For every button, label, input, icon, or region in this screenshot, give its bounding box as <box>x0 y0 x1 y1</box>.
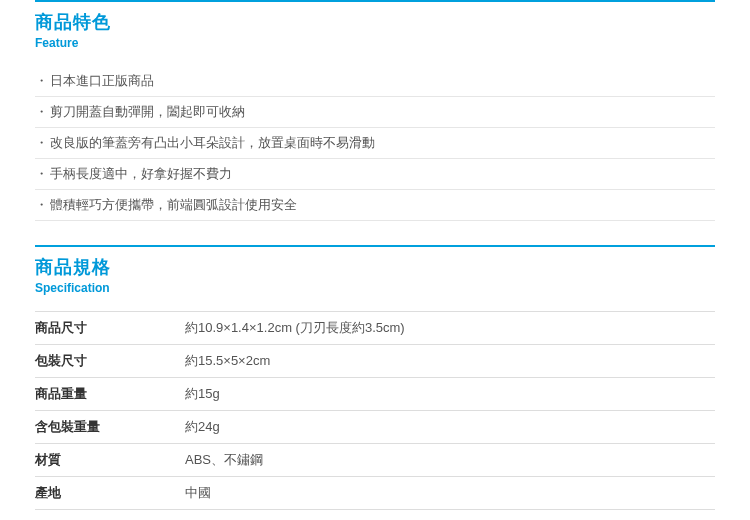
spec-label: 含包裝重量 <box>35 411 185 444</box>
spec-value: ABS、不鏽鋼 <box>185 444 715 477</box>
spec-value: 約15g <box>185 378 715 411</box>
feature-title: 商品特色 <box>35 10 715 34</box>
list-item: 剪刀開蓋自動彈開，闔起即可收納 <box>35 97 715 128</box>
list-item: 手柄長度適中，好拿好握不費力 <box>35 159 715 190</box>
spec-value: 中國 <box>185 477 715 510</box>
spec-header: 商品規格 Specification <box>35 245 715 303</box>
spec-label: 包裝尺寸 <box>35 345 185 378</box>
table-row: 產地 中國 <box>35 477 715 510</box>
table-row: 商品尺寸 約10.9×1.4×1.2cm (刀刃長度約3.5cm) <box>35 312 715 345</box>
spec-subtitle: Specification <box>35 281 715 295</box>
table-row: 含包裝重量 約24g <box>35 411 715 444</box>
spec-value: 約15.5×5×2cm <box>185 345 715 378</box>
list-item: 改良版的筆蓋旁有凸出小耳朵設計，放置桌面時不易滑動 <box>35 128 715 159</box>
spec-label: 商品尺寸 <box>35 312 185 345</box>
feature-list: 日本進口正版商品 剪刀開蓋自動彈開，闔起即可收納 改良版的筆蓋旁有凸出小耳朵設計… <box>35 66 715 221</box>
spec-label: 產地 <box>35 477 185 510</box>
table-row: 包裝尺寸 約15.5×5×2cm <box>35 345 715 378</box>
feature-header: 商品特色 Feature <box>35 0 715 58</box>
spec-label: 商品重量 <box>35 378 185 411</box>
spec-value: 約24g <box>185 411 715 444</box>
spec-label: 材質 <box>35 444 185 477</box>
table-row: 商品重量 約15g <box>35 378 715 411</box>
list-item: 日本進口正版商品 <box>35 66 715 97</box>
list-item: 體積輕巧方便攜帶，前端圓弧設計使用安全 <box>35 190 715 221</box>
spec-value: 約10.9×1.4×1.2cm (刀刃長度約3.5cm) <box>185 312 715 345</box>
spec-table: 商品尺寸 約10.9×1.4×1.2cm (刀刃長度約3.5cm) 包裝尺寸 約… <box>35 311 715 510</box>
feature-subtitle: Feature <box>35 36 715 50</box>
spec-title: 商品規格 <box>35 255 715 279</box>
table-row: 材質 ABS、不鏽鋼 <box>35 444 715 477</box>
